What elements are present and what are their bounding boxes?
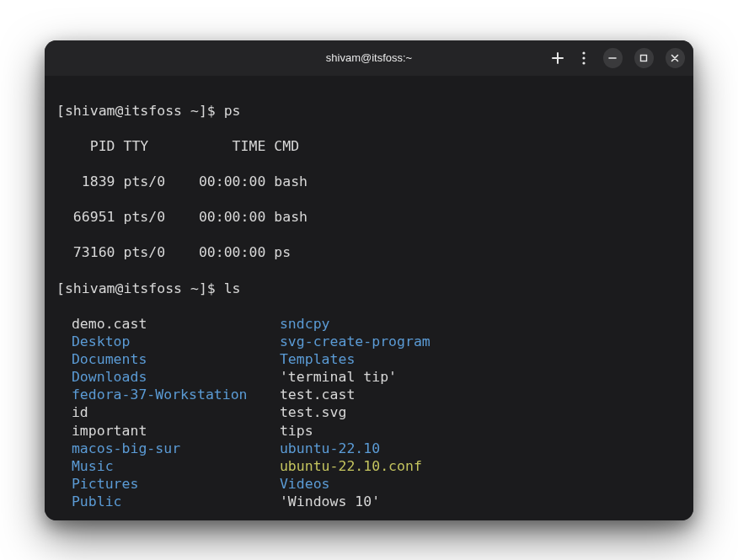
ls-entry: fedora-37-Workstation xyxy=(56,386,271,403)
ls-row: id test.svg xyxy=(56,403,682,421)
ls-row: macos-big-sur ubuntu-22.10 xyxy=(56,440,682,457)
terminal-line: [shivam@itsfoss ~]$ ls xyxy=(56,280,682,297)
ls-output: demo.cast sndcpy Desktop svg-create-prog… xyxy=(56,315,682,510)
svg-rect-3 xyxy=(641,55,647,61)
ls-entry: test.svg xyxy=(271,403,682,421)
menu-button[interactable] xyxy=(576,51,591,66)
ls-entry: sndcpy xyxy=(271,315,682,333)
ls-row: Pictures Videos xyxy=(56,475,682,493)
ls-row: important tips xyxy=(56,422,682,440)
ls-entry: important xyxy=(56,422,271,440)
ls-entry: id xyxy=(56,403,271,421)
command-text: ps xyxy=(224,103,241,119)
ls-entry: Downloads xyxy=(56,368,271,386)
ls-entry: demo.cast xyxy=(56,315,271,333)
ls-entry: Documents xyxy=(56,350,271,368)
ps-row: 73160 pts/0 00:00:00 ps xyxy=(56,243,682,261)
ls-row: Documents Templates xyxy=(56,350,682,368)
command-text: ls xyxy=(224,280,241,296)
ls-entry: ubuntu-22.10 xyxy=(271,440,682,457)
svg-point-2 xyxy=(582,61,585,64)
ls-entry: Videos xyxy=(271,475,682,493)
ls-row: demo.cast sndcpy xyxy=(56,315,682,333)
titlebar: shivam@itsfoss:~ xyxy=(45,40,693,76)
minimize-button[interactable] xyxy=(603,48,623,68)
ls-entry: Music xyxy=(56,457,271,475)
ls-entry: Pictures xyxy=(56,475,271,493)
ls-row: Public 'Windows 10' xyxy=(56,493,682,510)
ps-row: 1839 pts/0 00:00:00 bash xyxy=(56,173,682,190)
terminal-window: shivam@itsfoss:~ [shivam@itsfoss ~]$ ps … xyxy=(45,40,693,520)
ls-entry: 'Windows 10' xyxy=(271,493,682,510)
ls-entry: tips xyxy=(271,422,682,440)
ls-entry: test.cast xyxy=(271,386,682,403)
ls-row: fedora-37-Workstation test.cast xyxy=(56,386,682,403)
window-title: shivam@itsfoss:~ xyxy=(188,51,550,64)
ls-entry: ubuntu-22.10.conf xyxy=(271,457,682,475)
prompt: [shivam@itsfoss ~]$ xyxy=(56,103,224,119)
ls-entry: macos-big-sur xyxy=(56,440,271,457)
prompt: [shivam@itsfoss ~]$ xyxy=(56,280,224,296)
ls-entry: Templates xyxy=(271,350,682,368)
ls-entry: Public xyxy=(56,493,271,510)
new-tab-button[interactable] xyxy=(550,51,564,66)
ps-header: PID TTY TIME CMD xyxy=(56,137,682,155)
ls-entry: svg-create-program xyxy=(271,333,682,350)
maximize-button[interactable] xyxy=(634,48,654,68)
svg-point-1 xyxy=(582,56,585,59)
ls-row: Desktop svg-create-program xyxy=(56,333,682,350)
ls-row: Downloads 'terminal tip' xyxy=(56,368,682,386)
terminal-content[interactable]: [shivam@itsfoss ~]$ ps PID TTY TIME CMD … xyxy=(45,76,693,520)
close-button[interactable] xyxy=(666,48,685,68)
svg-point-0 xyxy=(582,51,585,54)
terminal-line: [shivam@itsfoss ~]$ ps xyxy=(56,102,682,120)
ps-row: 66951 pts/0 00:00:00 bash xyxy=(56,208,682,226)
ls-entry: Desktop xyxy=(56,333,271,350)
ls-entry: 'terminal tip' xyxy=(271,368,682,386)
ls-row: Music ubuntu-22.10.conf xyxy=(56,457,682,475)
